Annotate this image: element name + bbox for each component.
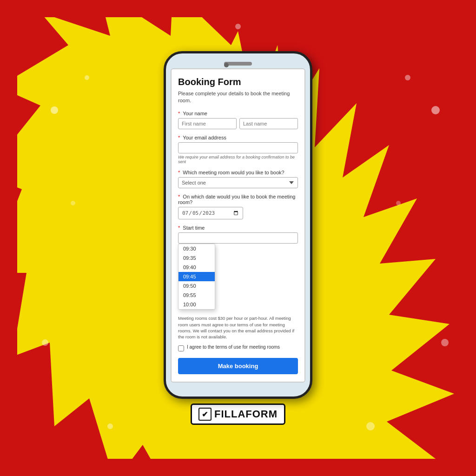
name-label: * Your name bbox=[178, 111, 298, 116]
svg-point-8 bbox=[366, 422, 375, 430]
email-hint: We require your email address for a book… bbox=[178, 155, 298, 164]
phone-screen: Booking Form Please complete your detail… bbox=[171, 68, 305, 383]
time-option-0940[interactable]: 09:40 bbox=[178, 263, 215, 272]
room-field-group: * Which meeting room would you like to b… bbox=[178, 170, 298, 188]
start-time-label: * Start time bbox=[178, 225, 298, 231]
date-input[interactable] bbox=[178, 207, 243, 219]
last-name-input[interactable] bbox=[239, 118, 298, 129]
fillaform-checkmark: ✔ bbox=[198, 408, 212, 421]
phone-device: Booking Form Please complete your detail… bbox=[164, 51, 312, 399]
svg-point-3 bbox=[431, 106, 440, 114]
svg-point-7 bbox=[107, 423, 113, 429]
time-option-0945[interactable]: 09:45 bbox=[178, 272, 215, 281]
svg-point-6 bbox=[441, 339, 449, 346]
time-dropdown: 09:30 09:35 09:40 09:45 09:50 09:55 10:0… bbox=[178, 244, 215, 310]
start-time-field-group: * Start time 09:45 09:30 09:35 09:40 09:… bbox=[178, 225, 298, 310]
room-label: * Which meeting room would you like to b… bbox=[178, 170, 298, 175]
date-field-group: * On which date would you like to book t… bbox=[178, 194, 298, 219]
email-field-group: * Your email address We require your ema… bbox=[178, 135, 298, 164]
terms-label: I agree to the terms of use for meeting … bbox=[187, 344, 280, 350]
time-option-0935[interactable]: 09:35 bbox=[178, 253, 215, 263]
email-label: * Your email address bbox=[178, 135, 298, 140]
svg-point-10 bbox=[71, 201, 75, 205]
time-option-0955[interactable]: 09:55 bbox=[178, 291, 215, 300]
email-input[interactable] bbox=[178, 142, 298, 153]
info-text: Meeting rooms cost $30 per hour or part-… bbox=[178, 315, 298, 340]
svg-point-11 bbox=[396, 201, 401, 205]
time-input-wrap: 09:45 09:30 09:35 09:40 09:45 09:50 09:5… bbox=[178, 232, 298, 310]
phone-camera bbox=[224, 63, 229, 67]
time-input[interactable]: 09:45 bbox=[178, 232, 298, 244]
phone-container: Booking Form Please complete your detail… bbox=[164, 51, 312, 425]
time-option-0950[interactable]: 09:50 bbox=[178, 281, 215, 291]
room-select[interactable]: Select one bbox=[178, 177, 298, 188]
terms-checkbox[interactable] bbox=[178, 345, 184, 351]
fillaform-brand-text: FILLAFORM bbox=[214, 408, 278, 420]
time-option-1000[interactable]: 10:00 bbox=[178, 300, 215, 309]
time-option-0930[interactable]: 09:30 bbox=[178, 244, 215, 253]
fillaform-logo: ✔ FILLAFORM bbox=[191, 403, 285, 425]
svg-point-2 bbox=[85, 75, 89, 80]
form-title: Booking Form bbox=[178, 77, 298, 87]
form-body: Booking Form Please complete your detail… bbox=[172, 69, 304, 382]
svg-point-9 bbox=[235, 24, 241, 29]
svg-point-1 bbox=[51, 106, 58, 114]
date-label: * On which date would you like to book t… bbox=[178, 194, 298, 205]
svg-point-5 bbox=[42, 339, 48, 346]
name-row bbox=[178, 118, 298, 129]
checkbox-row: I agree to the terms of use for meeting … bbox=[178, 344, 298, 351]
svg-point-4 bbox=[405, 75, 410, 80]
name-field-group: * Your name bbox=[178, 111, 298, 129]
first-name-input[interactable] bbox=[178, 118, 237, 129]
form-subtitle: Please complete your details to book the… bbox=[178, 90, 298, 105]
submit-button[interactable]: Make booking bbox=[178, 358, 298, 374]
